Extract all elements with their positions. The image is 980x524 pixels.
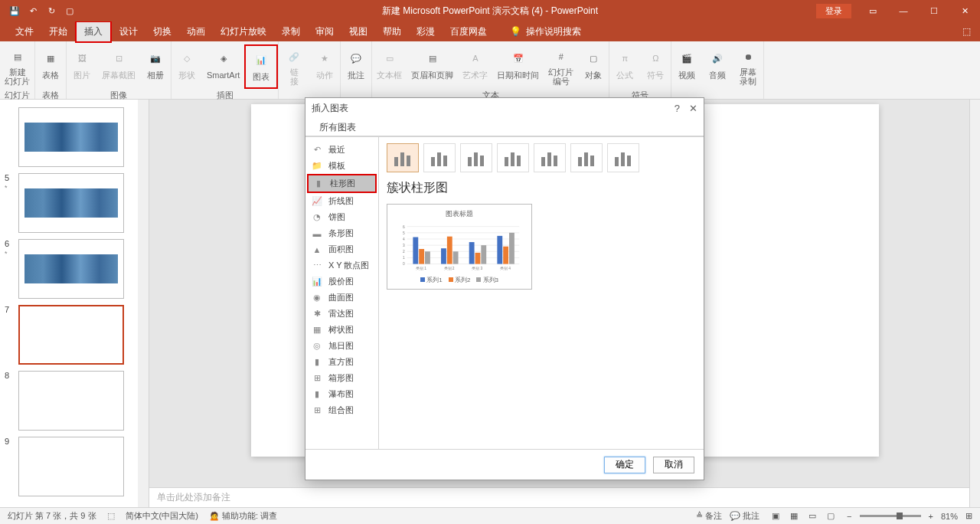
notes-pane[interactable]: 单击此处添加备注 [149,487,980,507]
slide-thumbnail[interactable] [18,371,124,431]
menu-home[interactable]: 开始 [41,22,75,41]
reading-view-icon[interactable]: ▭ [804,509,821,523]
ribbon-header-footer[interactable]: ▤页眉和页脚 [407,44,458,89]
chart-type-3[interactable]: 📈折线图 [307,193,377,209]
dialog-close-icon[interactable]: ✕ [689,103,697,114]
normal-view-icon[interactable]: ▣ [767,509,784,523]
ribbon-datetime[interactable]: 📅日期和时间 [492,44,544,89]
zoom-in-icon[interactable]: + [929,512,933,521]
dialog-tab-allcharts[interactable]: 所有图表 [312,118,364,136]
chart-type-15[interactable]: ▮瀑布图 [307,386,377,402]
ribbon-shapes[interactable]: ◇形状 [172,44,202,89]
ribbon-screenshot[interactable]: ⊡屏幕截图 [97,44,140,89]
zoom-out-icon[interactable]: − [847,512,851,521]
main-scrollbar[interactable] [969,100,980,507]
slideshow-view-icon[interactable]: ▢ [822,509,839,523]
ribbon-link[interactable]: 🔗链 接 [279,44,309,89]
close-icon[interactable]: ✕ [949,0,980,21]
chart-type-14[interactable]: ⊞箱形图 [307,370,377,386]
zoom-percent[interactable]: 81% [941,512,958,521]
slide-thumbnail[interactable] [18,173,124,233]
zoom-slider[interactable] [860,515,921,517]
slideshow-icon[interactable]: ▢ [64,5,75,16]
minimize-icon[interactable]: — [888,0,919,21]
slide-thumbnail[interactable] [18,305,124,365]
chart-type-4[interactable]: ◔饼图 [307,209,377,225]
ribbon-wordart[interactable]: A艺术字 [458,44,492,89]
chart-subtype-0[interactable] [387,143,419,172]
undo-icon[interactable]: ↶ [28,5,38,16]
menu-file[interactable]: 文件 [8,22,41,41]
ribbon-options-icon[interactable]: ▭ [858,0,888,21]
slide-counter[interactable]: 幻灯片 第 7 张，共 9 张 [8,510,96,522]
ribbon-textbox[interactable]: ▭文本框 [372,44,407,89]
chart-subtype-1[interactable] [423,143,456,172]
ribbon-comment[interactable]: 💬批注 [341,44,371,89]
comments-toggle[interactable]: 💬 批注 [730,510,760,522]
chart-subtype-4[interactable] [534,143,566,172]
menu-animations[interactable]: 动画 [179,22,213,41]
chart-type-13[interactable]: ▮直方图 [307,354,377,370]
menu-baidu[interactable]: 百度网盘 [443,22,495,41]
chart-type-11[interactable]: ▦树状图 [307,322,377,338]
chart-preview[interactable]: 图表标题 0123456类别 1类别 2类别 3类别 4 系列1 系列2 系列3 [387,204,532,290]
chart-type-0[interactable]: ↶最近 [307,142,377,158]
chart-type-1[interactable]: 📁模板 [307,158,377,174]
chart-subtype-2[interactable] [460,143,492,172]
menu-view[interactable]: 视图 [341,22,375,41]
accessibility-status[interactable]: 🙍 辅助功能: 调查 [209,510,277,522]
ribbon-table[interactable]: ▦表格 [35,44,66,89]
sorter-view-icon[interactable]: ▦ [786,509,802,523]
ribbon-slide-number[interactable]: #幻灯片 编号 [544,44,578,89]
ribbon-action[interactable]: ★动作 [309,44,340,89]
slide-thumbnails-pane[interactable]: 5*6*789 [0,100,149,507]
chart-subtype-5[interactable] [570,143,603,172]
slide-thumbnail[interactable] [18,107,124,167]
notes-toggle[interactable]: ≜ 备注 [696,510,722,522]
menu-review[interactable]: 审阅 [308,22,341,41]
menu-transitions[interactable]: 切换 [145,22,179,41]
slide-thumbnail[interactable] [18,437,124,496]
ribbon-symbol[interactable]: Ω符号 [640,44,671,89]
ribbon-chart[interactable]: 📊图表 [244,44,278,89]
ribbon-object[interactable]: ▢对象 [578,44,609,89]
chart-type-16[interactable]: ⊞组合图 [307,402,377,418]
chart-type-2[interactable]: ▮柱形图 [307,174,377,193]
fit-window-icon[interactable]: ⊞ [965,511,972,521]
chart-type-8[interactable]: 📊股价图 [307,273,377,290]
chart-type-9[interactable]: ◉曲面图 [307,290,377,306]
menu-design[interactable]: 设计 [112,22,145,41]
chart-type-10[interactable]: ✱雷达图 [307,306,377,322]
share-icon[interactable]: ⬚ [962,26,980,37]
ribbon-video[interactable]: 🎬视频 [671,44,702,89]
ribbon-audio[interactable]: 🔊音频 [702,44,733,89]
ribbon-screen-rec[interactable]: ⏺屏幕 录制 [733,44,763,89]
slide-thumbnail[interactable] [18,239,124,299]
menu-slideshow[interactable]: 幻灯片放映 [213,22,274,41]
ribbon-smartart[interactable]: ◈SmartArt [202,44,244,89]
dialog-titlebar[interactable]: 插入图表 ? ✕ [305,98,704,118]
menu-insert[interactable]: 插入 [75,21,112,43]
spellcheck-icon[interactable]: ⬚ [107,511,115,521]
menu-caiman[interactable]: 彩漫 [409,22,443,41]
ribbon-equation[interactable]: π公式 [609,44,640,89]
ribbon-album[interactable]: 📷相册 [140,44,171,89]
cancel-button[interactable]: 取消 [653,457,694,473]
thumbs-scrollbar[interactable] [138,100,149,507]
save-icon[interactable]: 💾 [9,5,20,16]
menu-help[interactable]: 帮助 [375,22,409,41]
chart-type-6[interactable]: ▲面积图 [307,241,377,257]
ribbon-new-slide[interactable]: ▤新建 幻灯片 [0,44,34,89]
maximize-icon[interactable]: ☐ [919,0,949,21]
ok-button[interactable]: 确定 [604,457,645,473]
dialog-help-icon[interactable]: ? [675,103,680,114]
tell-me-search[interactable]: 💡 操作说明搜索 [510,25,581,38]
language-status[interactable]: 简体中文(中国大陆) [126,510,198,522]
redo-icon[interactable]: ↻ [46,5,57,16]
chart-type-7[interactable]: ⋯X Y 散点图 [307,257,377,273]
ribbon-picture[interactable]: 🖼图片 [67,44,97,89]
chart-subtype-3[interactable] [497,143,529,172]
chart-type-5[interactable]: ▬条形图 [307,225,377,241]
chart-type-12[interactable]: ◎旭日图 [307,338,377,354]
login-button[interactable]: 登录 [816,4,851,18]
